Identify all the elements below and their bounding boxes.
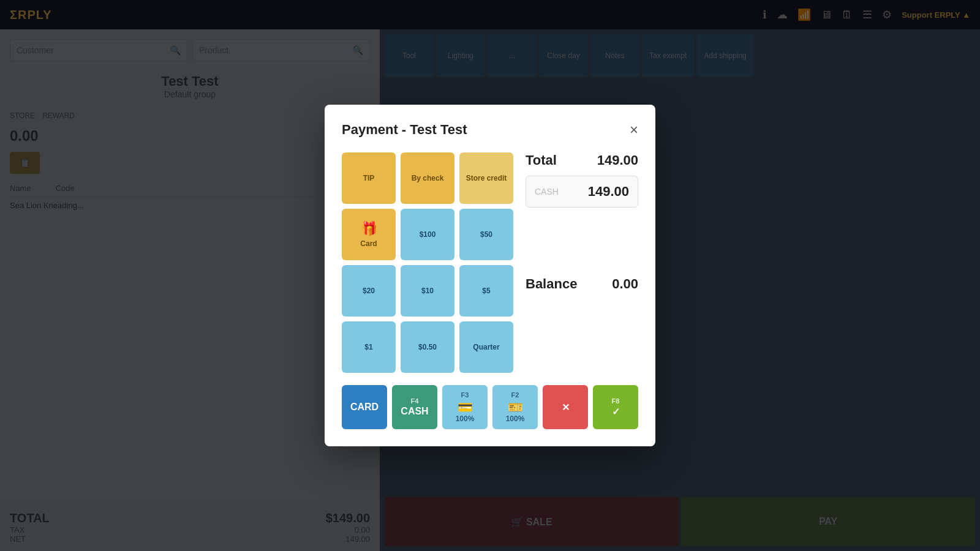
f3-pct: 100% [456, 414, 475, 423]
payment-modal: Payment - Test Test × TIP By check [325, 105, 655, 446]
app-shell: ΣRPLY ℹ ☁ 📶 🖥 🗓 ☰ ⚙ Support ERPLY ▲ Cust… [0, 0, 980, 551]
quarter-label: Quarter [473, 343, 499, 351]
modal-overlay: Payment - Test Test × TIP By check [0, 0, 980, 551]
modal-close-button[interactable]: × [630, 122, 638, 137]
f2-pay-button[interactable]: F2 🎫 100% [492, 385, 538, 429]
10-label: $10 [421, 287, 434, 295]
cancel-button[interactable]: ✕ [543, 385, 588, 429]
modal-title: Payment - Test Test [342, 122, 467, 138]
total-display: Total 149.00 [526, 152, 638, 168]
tip-button[interactable]: TIP [342, 152, 396, 204]
balance-display: Balance 0.00 [526, 276, 638, 292]
10-button[interactable]: $10 [401, 265, 454, 317]
modal-footer: CARD F4 CASH F3 💳 100% F2 🎫 100% [342, 385, 638, 429]
modal-header: Payment - Test Test × [342, 122, 638, 138]
tip-label: TIP [363, 174, 375, 182]
quarter-button[interactable]: Quarter [459, 321, 513, 373]
right-totals: Total 149.00 CASH 149.00 Balance 0.00 [526, 152, 638, 373]
100-button[interactable]: $100 [401, 209, 454, 260]
20-label: $20 [363, 287, 375, 295]
payment-buttons-grid: TIP By check Store credit 🎁 Car [342, 152, 513, 373]
gift-icon: 🎁 [361, 221, 377, 237]
1-label: $1 [364, 343, 372, 351]
card-label: Card [360, 239, 377, 248]
payment-row-1: TIP By check Store credit [342, 152, 513, 204]
50-button[interactable]: $50 [459, 209, 513, 260]
cash-pay-label: CASH [401, 406, 428, 417]
50-label: $50 [480, 230, 492, 239]
cash-value: 149.00 [588, 184, 629, 200]
f2-key: F2 [511, 391, 519, 399]
confirm-icon: ✓ [612, 406, 620, 418]
cash-pay-button[interactable]: F4 CASH [392, 385, 437, 429]
5-label: $5 [482, 287, 490, 295]
by-check-button[interactable]: By check [401, 152, 454, 204]
100-label: $100 [420, 230, 436, 239]
total-amount: 149.00 [597, 152, 638, 168]
050-button[interactable]: $0.50 [401, 321, 454, 373]
card-pay-label: CARD [350, 402, 379, 413]
card-pay-button[interactable]: CARD [342, 385, 387, 429]
050-label: $0.50 [418, 343, 437, 351]
cancel-icon: ✕ [562, 402, 570, 413]
by-check-label: By check [412, 174, 444, 182]
payment-layout: TIP By check Store credit 🎁 Car [342, 152, 638, 373]
20-button[interactable]: $20 [342, 265, 396, 317]
5-button[interactable]: $5 [459, 265, 513, 317]
ticket-icon: 🎫 [508, 400, 523, 414]
confirm-button[interactable]: F8 ✓ [593, 385, 638, 429]
1-button[interactable]: $1 [342, 321, 396, 373]
payment-row-3: $20 $10 $5 [342, 265, 513, 317]
f2-pct: 100% [506, 414, 525, 423]
f3-key: F3 [461, 391, 469, 399]
card-gift-button[interactable]: 🎁 Card [342, 209, 396, 260]
f3-pay-button[interactable]: F3 💳 100% [442, 385, 488, 429]
balance-amount: 0.00 [612, 276, 638, 292]
payment-row-4: $1 $0.50 Quarter [342, 321, 513, 373]
store-credit-label: Store credit [466, 174, 507, 182]
cash-pay-key: F4 [411, 397, 419, 405]
confirm-key: F8 [612, 397, 620, 405]
payment-row-2: 🎁 Card $100 $50 [342, 209, 513, 260]
credit-card-icon: 💳 [458, 400, 473, 414]
total-label: Total [526, 152, 557, 168]
cash-placeholder: CASH [535, 187, 559, 197]
balance-label: Balance [526, 276, 577, 292]
cash-input-box[interactable]: CASH 149.00 [526, 176, 638, 208]
store-credit-button[interactable]: Store credit [459, 152, 513, 204]
